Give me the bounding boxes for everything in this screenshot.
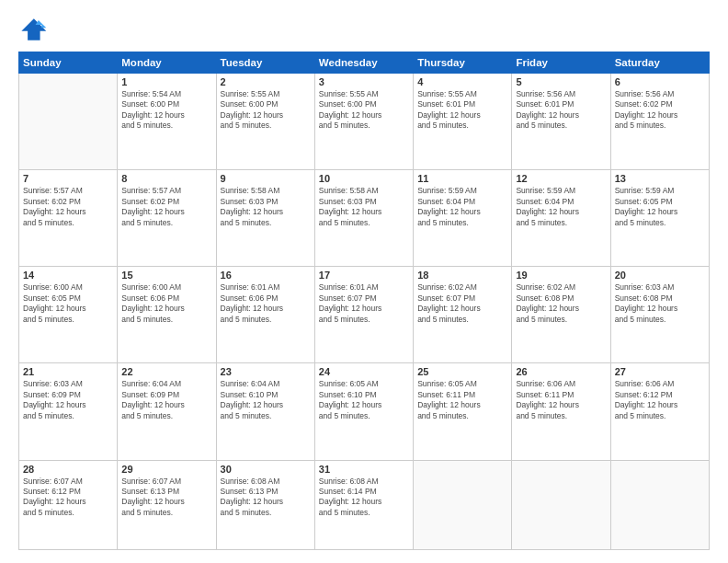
calendar-cell: 23Sunrise: 6:04 AM Sunset: 6:10 PM Dayli… <box>216 363 314 460</box>
day-number: 31 <box>319 464 409 475</box>
calendar-cell: 9Sunrise: 5:58 AM Sunset: 6:03 PM Daylig… <box>216 170 314 267</box>
day-info: Sunrise: 6:00 AM Sunset: 6:05 PM Dayligh… <box>23 282 113 325</box>
day-number: 22 <box>121 366 211 377</box>
day-info: Sunrise: 5:59 AM Sunset: 6:05 PM Dayligh… <box>615 186 705 228</box>
day-number: 7 <box>23 173 113 184</box>
day-number: 20 <box>615 270 705 281</box>
calendar-cell: 6Sunrise: 5:56 AM Sunset: 6:02 PM Daylig… <box>610 74 709 170</box>
day-info: Sunrise: 6:01 AM Sunset: 6:07 PM Dayligh… <box>319 282 409 325</box>
day-number: 15 <box>121 270 211 281</box>
day-number: 23 <box>221 366 311 377</box>
day-info: Sunrise: 6:06 AM Sunset: 6:11 PM Dayligh… <box>516 379 606 421</box>
weekday-header-saturday: Saturday <box>610 52 709 74</box>
day-number: 3 <box>319 76 409 87</box>
header <box>18 17 710 42</box>
day-info: Sunrise: 5:58 AM Sunset: 6:03 PM Dayligh… <box>319 186 409 228</box>
calendar-table: SundayMondayTuesdayWednesdayThursdayFrid… <box>18 52 710 550</box>
day-number: 9 <box>221 173 311 184</box>
calendar-cell: 11Sunrise: 5:59 AM Sunset: 6:04 PM Dayli… <box>414 170 512 267</box>
calendar-cell: 25Sunrise: 6:05 AM Sunset: 6:11 PM Dayli… <box>414 363 512 460</box>
weekday-header-wednesday: Wednesday <box>314 52 413 74</box>
calendar-cell: 17Sunrise: 6:01 AM Sunset: 6:07 PM Dayli… <box>314 267 413 363</box>
weekday-header-tuesday: Tuesday <box>216 52 314 74</box>
day-info: Sunrise: 6:03 AM Sunset: 6:09 PM Dayligh… <box>23 379 113 421</box>
day-number: 27 <box>615 366 705 377</box>
day-number: 25 <box>417 366 507 377</box>
day-number: 5 <box>516 76 606 87</box>
day-info: Sunrise: 5:58 AM Sunset: 6:03 PM Dayligh… <box>221 186 311 228</box>
calendar-cell: 13Sunrise: 5:59 AM Sunset: 6:05 PM Dayli… <box>610 170 709 267</box>
day-info: Sunrise: 6:04 AM Sunset: 6:09 PM Dayligh… <box>121 379 211 421</box>
calendar-cell: 15Sunrise: 6:00 AM Sunset: 6:06 PM Dayli… <box>118 267 216 363</box>
day-info: Sunrise: 6:02 AM Sunset: 6:08 PM Dayligh… <box>516 282 606 325</box>
calendar-cell <box>414 460 512 550</box>
calendar-week-5: 28Sunrise: 6:07 AM Sunset: 6:12 PM Dayli… <box>19 460 710 550</box>
weekday-header-thursday: Thursday <box>414 52 512 74</box>
day-info: Sunrise: 6:05 AM Sunset: 6:11 PM Dayligh… <box>417 379 507 421</box>
weekday-header-monday: Monday <box>118 52 216 74</box>
day-info: Sunrise: 6:08 AM Sunset: 6:13 PM Dayligh… <box>221 477 311 519</box>
day-number: 29 <box>121 464 211 475</box>
calendar-cell: 21Sunrise: 6:03 AM Sunset: 6:09 PM Dayli… <box>19 363 118 460</box>
calendar-cell: 10Sunrise: 5:58 AM Sunset: 6:03 PM Dayli… <box>314 170 413 267</box>
day-number: 12 <box>516 173 606 184</box>
day-number: 10 <box>319 173 409 184</box>
calendar-cell: 30Sunrise: 6:08 AM Sunset: 6:13 PM Dayli… <box>216 460 314 550</box>
calendar-cell: 27Sunrise: 6:06 AM Sunset: 6:12 PM Dayli… <box>610 363 709 460</box>
day-number: 2 <box>221 76 311 87</box>
day-number: 6 <box>615 76 705 87</box>
calendar-cell: 20Sunrise: 6:03 AM Sunset: 6:08 PM Dayli… <box>610 267 709 363</box>
weekday-header-row: SundayMondayTuesdayWednesdayThursdayFrid… <box>19 52 710 74</box>
calendar-cell: 3Sunrise: 5:55 AM Sunset: 6:00 PM Daylig… <box>314 74 413 170</box>
weekday-header-friday: Friday <box>512 52 610 74</box>
day-number: 26 <box>516 366 606 377</box>
day-info: Sunrise: 5:54 AM Sunset: 6:00 PM Dayligh… <box>121 89 211 132</box>
day-info: Sunrise: 5:57 AM Sunset: 6:02 PM Dayligh… <box>23 186 113 228</box>
weekday-header-sunday: Sunday <box>19 52 118 74</box>
calendar-cell: 19Sunrise: 6:02 AM Sunset: 6:08 PM Dayli… <box>512 267 610 363</box>
calendar-week-3: 14Sunrise: 6:00 AM Sunset: 6:05 PM Dayli… <box>19 267 710 363</box>
calendar-cell: 2Sunrise: 5:55 AM Sunset: 6:00 PM Daylig… <box>216 74 314 170</box>
day-info: Sunrise: 6:03 AM Sunset: 6:08 PM Dayligh… <box>615 282 705 325</box>
calendar-cell: 12Sunrise: 5:59 AM Sunset: 6:04 PM Dayli… <box>512 170 610 267</box>
day-info: Sunrise: 6:06 AM Sunset: 6:12 PM Dayligh… <box>615 379 705 421</box>
calendar-cell: 8Sunrise: 5:57 AM Sunset: 6:02 PM Daylig… <box>118 170 216 267</box>
calendar-cell: 14Sunrise: 6:00 AM Sunset: 6:05 PM Dayli… <box>19 267 118 363</box>
day-number: 17 <box>319 270 409 281</box>
day-number: 19 <box>516 270 606 281</box>
calendar-cell: 5Sunrise: 5:56 AM Sunset: 6:01 PM Daylig… <box>512 74 610 170</box>
calendar-cell: 24Sunrise: 6:05 AM Sunset: 6:10 PM Dayli… <box>314 363 413 460</box>
day-info: Sunrise: 6:02 AM Sunset: 6:07 PM Dayligh… <box>417 282 507 325</box>
day-info: Sunrise: 5:55 AM Sunset: 6:01 PM Dayligh… <box>417 89 507 132</box>
day-number: 18 <box>417 270 507 281</box>
calendar-cell: 28Sunrise: 6:07 AM Sunset: 6:12 PM Dayli… <box>19 460 118 550</box>
calendar-cell: 18Sunrise: 6:02 AM Sunset: 6:07 PM Dayli… <box>414 267 512 363</box>
day-info: Sunrise: 6:04 AM Sunset: 6:10 PM Dayligh… <box>221 379 311 421</box>
day-number: 28 <box>23 464 113 475</box>
calendar-cell: 1Sunrise: 5:54 AM Sunset: 6:00 PM Daylig… <box>118 74 216 170</box>
day-number: 1 <box>121 76 211 87</box>
day-info: Sunrise: 6:05 AM Sunset: 6:10 PM Dayligh… <box>319 379 409 421</box>
calendar-cell: 4Sunrise: 5:55 AM Sunset: 6:01 PM Daylig… <box>414 74 512 170</box>
day-number: 14 <box>23 270 113 281</box>
day-info: Sunrise: 5:56 AM Sunset: 6:01 PM Dayligh… <box>516 89 606 132</box>
day-number: 11 <box>417 173 507 184</box>
calendar-cell: 29Sunrise: 6:07 AM Sunset: 6:13 PM Dayli… <box>118 460 216 550</box>
calendar-cell: 16Sunrise: 6:01 AM Sunset: 6:06 PM Dayli… <box>216 267 314 363</box>
svg-marker-0 <box>21 18 46 40</box>
day-info: Sunrise: 6:08 AM Sunset: 6:14 PM Dayligh… <box>319 477 409 519</box>
day-info: Sunrise: 6:00 AM Sunset: 6:06 PM Dayligh… <box>121 282 211 325</box>
calendar-cell: 22Sunrise: 6:04 AM Sunset: 6:09 PM Dayli… <box>118 363 216 460</box>
page: SundayMondayTuesdayWednesdayThursdayFrid… <box>0 0 728 563</box>
calendar-cell <box>512 460 610 550</box>
day-info: Sunrise: 5:55 AM Sunset: 6:00 PM Dayligh… <box>221 89 311 132</box>
day-number: 24 <box>319 366 409 377</box>
day-number: 4 <box>417 76 507 87</box>
day-number: 30 <box>221 464 311 475</box>
day-info: Sunrise: 5:59 AM Sunset: 6:04 PM Dayligh… <box>516 186 606 228</box>
day-info: Sunrise: 5:59 AM Sunset: 6:04 PM Dayligh… <box>417 186 507 228</box>
day-info: Sunrise: 5:57 AM Sunset: 6:02 PM Dayligh… <box>121 186 211 228</box>
calendar-week-1: 1Sunrise: 5:54 AM Sunset: 6:00 PM Daylig… <box>19 74 710 170</box>
day-info: Sunrise: 5:55 AM Sunset: 6:00 PM Dayligh… <box>319 89 409 132</box>
calendar-week-4: 21Sunrise: 6:03 AM Sunset: 6:09 PM Dayli… <box>19 363 710 460</box>
